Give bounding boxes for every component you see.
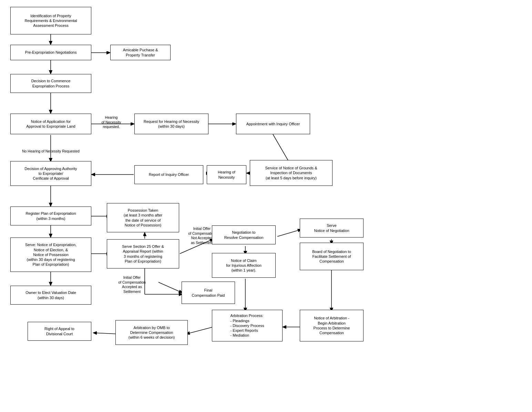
box-serve-notices: Serve: Notice of Expropriation, Notice o…	[10, 237, 91, 272]
box-right-of-appeal: Right of Appeal to Divisional Court	[28, 322, 91, 341]
box-owner-elect-valuation: Owner to Elect Valuation Date (within 30…	[10, 286, 91, 305]
box-notice-application: Notice of Application for Approval to Ex…	[10, 114, 91, 134]
svg-line-25	[187, 327, 213, 334]
svg-line-19	[277, 230, 301, 236]
box-arbitration-process: Arbitration Process: - Pleadings - Disco…	[212, 310, 283, 341]
box-serve-section25: Serve Section 25 Offer & Appraisal Repor…	[107, 239, 179, 268]
label-hearing-requested: Hearing of Necessity requested.	[92, 115, 130, 129]
box-serve-notice-negotiation: Serve Notice of Negotiation	[300, 219, 364, 237]
box-arbitration-omb: Arbitration by OMB to Determine Compensa…	[115, 320, 188, 345]
box-decision-approving: Decision of Approving Authority to Expro…	[10, 161, 91, 186]
box-decision-commence: Decision to Commence Expropriation Proce…	[10, 74, 91, 93]
box-board-negotiation: Board of Negotiation to Facilitate Settl…	[300, 243, 364, 270]
svg-line-26	[94, 333, 116, 334]
box-hearing-necessity: Hearing of Necessity	[207, 165, 246, 184]
box-pre-expropriation: Pre-Expropriation Negotiations	[10, 45, 91, 60]
label-no-hearing: No Hearing of Necessity Requested	[10, 149, 91, 154]
box-amicable-purchase: Amicable Puchase & Property Transfer	[110, 45, 171, 60]
box-possession-taken: Possession Taken (at least 3 months afte…	[107, 203, 179, 232]
box-identification: Identification of Property Requirements …	[10, 7, 91, 34]
svg-line-27	[158, 282, 182, 293]
label-offer-accepted: Initial Offer of Compensation Accepted a…	[106, 275, 158, 294]
box-final-compensation: Final Compensation Paid	[182, 282, 235, 304]
box-notice-arbitration: Notice of Arbitration - Begin Arbitratio…	[300, 310, 364, 341]
box-service-notice-grounds: Service of Notice of Grounds & Inspectio…	[250, 160, 332, 186]
box-report-inquiry: Report of Inquiry Officer	[134, 165, 203, 184]
box-register-plan: Register Plan of Expropriation (within 3…	[10, 207, 91, 225]
box-negotiation-resolve: Negotiation to Resolve Compensation	[212, 225, 276, 244]
box-request-hearing: Request for Hearing of Necessity (within…	[134, 114, 208, 134]
box-appointment-inquiry: Appointment with Inquiry Officer	[236, 114, 310, 134]
box-notice-claim-injurious: Notice of Claim for Injurious Affection …	[212, 253, 276, 278]
flowchart-diagram: Identification of Property Requirements …	[0, 0, 532, 412]
arrows-overlay	[0, 0, 532, 412]
